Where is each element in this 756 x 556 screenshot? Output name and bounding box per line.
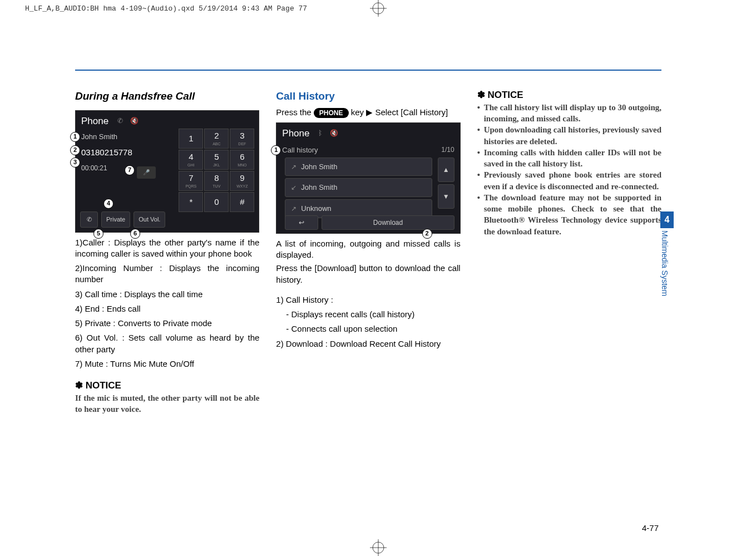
call-history-list: ↗John Smith ↙John Smith ↗Unknown <box>285 158 432 220</box>
item-call-time: 3) Call time : Displays the call time <box>75 289 259 300</box>
ch-item-1: 1) Call History : <box>276 294 460 306</box>
notice-bullet: •The call history list will display up t… <box>477 102 661 125</box>
call-direction-icon: ↗ <box>291 204 297 213</box>
handsfree-heading: During a Handsfree Call <box>75 89 259 104</box>
back-button: ↩ <box>285 215 318 230</box>
call-history-row: ↗John Smith <box>285 158 432 176</box>
mute-toggle-icon: 🎤 <box>137 166 156 179</box>
key-star: * <box>179 192 203 212</box>
callout-ch-1: 1 <box>271 145 281 155</box>
scroll-down-icon: ▼ <box>438 184 454 209</box>
key-1: 1 <box>179 129 203 149</box>
mute-icon: 🔇 <box>130 117 139 125</box>
ch-item-1a: - Displays recent calls (call history) <box>276 309 460 320</box>
item-caller: 1)Caller : Displays the other party's na… <box>75 237 259 260</box>
mute-icon-2: 🔇 <box>330 129 338 137</box>
download-button: Download <box>322 215 454 230</box>
phone-icons-row-2: ᛒ 🔇 <box>318 129 338 137</box>
p-list-displayed: A list of incoming, outgoing and missed … <box>276 238 460 261</box>
notice-bullet: •The download feature may not be support… <box>477 192 661 237</box>
call-history-intro: Press the PHONE key ▶ Select [Call Histo… <box>276 107 460 118</box>
phone-key-badge: PHONE <box>314 108 349 118</box>
call-direction-icon: ↙ <box>291 183 297 192</box>
item-mute: 7) Mute : Turns Mic Mute On/Off <box>75 358 259 370</box>
key-hash: # <box>230 192 254 212</box>
key-3: 3DEF <box>230 129 254 149</box>
out-vol-button: Out Vol. <box>134 211 165 228</box>
p-press-download: Press the [Download] button to download … <box>276 263 460 286</box>
scroll-up-icon: ▲ <box>438 158 454 182</box>
callout-3: 3 <box>70 158 80 168</box>
registration-mark-bottom-icon <box>370 539 387 556</box>
notice-body-1: If the mic is muted, the other party wil… <box>75 392 259 415</box>
notice-heading-1: NOTICE <box>75 380 259 392</box>
call-history-count: 1/10 <box>441 145 454 154</box>
key-8: 8TUV <box>204 171 229 191</box>
registration-mark-top-icon <box>370 0 387 17</box>
notice-bullet: •Upon downloading call histories, previo… <box>477 124 661 147</box>
page-number: 4-77 <box>642 523 659 533</box>
section-tab-label: Multimedia System <box>660 230 669 325</box>
keypad: 1 2ABC 3DEF 4GHI 5JKL 6MNO 7PQRS 8TUV 9W… <box>179 129 254 212</box>
section-tab-number: 4 <box>660 211 674 228</box>
callout-6: 6 <box>130 229 140 239</box>
phone-handset-icon: ✆ <box>117 117 123 125</box>
callout-1: 1 <box>70 132 80 142</box>
column-3: NOTICE •The call history list will displ… <box>477 89 661 415</box>
section-tab: 4 Multimedia System <box>660 211 674 323</box>
key-0: 0 <box>204 192 229 212</box>
key-5: 5JKL <box>204 150 229 170</box>
notice-bullet: • Previously saved phone book entries ar… <box>477 169 661 192</box>
call-history-row: ↙John Smith <box>285 178 432 197</box>
key-9: 9WXYZ <box>230 171 254 191</box>
key-6: 6MNO <box>230 150 254 170</box>
incoming-number-label: 03180215778 <box>81 147 132 158</box>
bluetooth-icon: ᛒ <box>318 129 322 137</box>
intro-pre: Press the <box>276 107 314 117</box>
item-end: 4) End : Ends call <box>75 303 259 314</box>
callout-2: 2 <box>70 145 80 155</box>
call-history-heading: Call History <box>276 89 460 104</box>
print-header: H_LF_A,B_AUDIO:BH hma 4-109~(Audio).qxd … <box>25 4 307 13</box>
callout-ch-2: 2 <box>422 229 432 239</box>
key-7: 7PQRS <box>179 171 203 191</box>
call-direction-icon: ↗ <box>291 163 297 171</box>
callout-5: 5 <box>93 229 103 239</box>
phone-icons-row: ✆ 🔇 <box>117 116 139 125</box>
notice-heading-2: NOTICE <box>477 89 661 102</box>
call-history-subtitle: Call history <box>282 145 318 155</box>
phone-title-label-2: Phone <box>282 127 309 140</box>
column-2: Call History Press the PHONE key ▶ Selec… <box>276 89 460 415</box>
page-content: During a Handsfree Call Phone ✆ 🔇 John S… <box>75 89 661 415</box>
notice-bullet: •Incoming calls with hidden caller IDs w… <box>477 147 661 170</box>
end-call-button: ✆ <box>80 211 98 228</box>
intro-post: key ▶ Select [Call History] <box>351 107 448 117</box>
phone-title-label: Phone <box>81 115 108 128</box>
column-1: During a Handsfree Call Phone ✆ 🔇 John S… <box>75 89 259 415</box>
callout-7: 7 <box>125 165 135 175</box>
item-out-vol: 6) Out Vol. : Sets call volume as heard … <box>75 332 259 355</box>
caller-name-label: John Smith <box>81 132 132 142</box>
key-2: 2ABC <box>204 129 229 149</box>
callout-4: 4 <box>103 199 113 209</box>
ch-item-1b: - Connects call upon selection <box>276 323 460 334</box>
call-history-screenshot: Phone ᛒ 🔇 Call history 1/10 ↗John Smith … <box>276 122 460 234</box>
top-rule <box>75 70 661 71</box>
item-private: 5) Private : Converts to Private mode <box>75 318 259 329</box>
item-incoming-number: 2)Incoming Number : Displays the incomin… <box>75 263 259 286</box>
key-4: 4GHI <box>179 150 203 170</box>
private-button: Private <box>101 211 130 228</box>
ch-item-2: 2) Download : Download Recent Call Histo… <box>276 338 460 350</box>
handsfree-call-screenshot: Phone ✆ 🔇 John Smith 03180215778 00:00:2… <box>75 110 259 233</box>
